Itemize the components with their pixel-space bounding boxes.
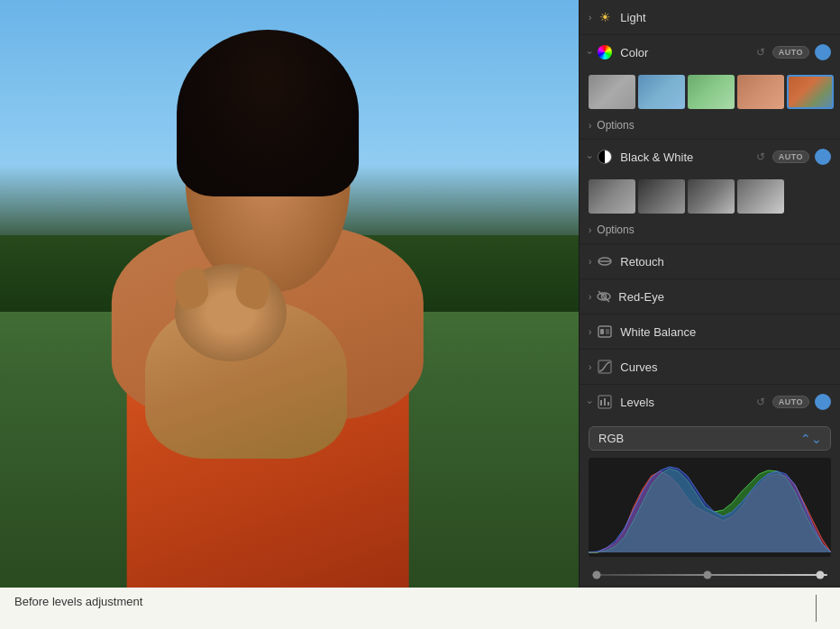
bw-thumb-2[interactable] xyxy=(638,179,685,214)
adj-item-wb: › White Balance xyxy=(580,314,840,350)
color-thumb-3[interactable] xyxy=(688,75,735,109)
redeye-label: Red-Eye xyxy=(618,290,831,304)
color-options-row[interactable]: › Options xyxy=(580,114,840,139)
curves-label: Curves xyxy=(620,360,831,374)
bw-reset-button[interactable]: ↺ xyxy=(754,149,767,165)
bottom-caption: Before levels adjustment xyxy=(0,588,840,629)
redeye-icon xyxy=(597,289,611,304)
wb-label: White Balance xyxy=(620,325,831,339)
adj-item-light: › ☀ Light xyxy=(580,0,840,35)
color-thumb-2[interactable] xyxy=(638,75,685,109)
bw-thumb-4[interactable] xyxy=(737,179,784,214)
color-chevron: › xyxy=(585,50,595,53)
redeye-chevron: › xyxy=(589,292,591,302)
histogram-svg xyxy=(589,458,831,557)
color-label: Color xyxy=(620,46,753,59)
levels-label: Levels xyxy=(620,396,753,409)
photo-panel xyxy=(0,0,579,588)
caption-line xyxy=(816,595,817,622)
adj-item-retouch: › Retouch xyxy=(580,244,840,279)
person-hair xyxy=(177,30,359,197)
levels-chevron: › xyxy=(585,400,595,403)
bw-thumb-1[interactable] xyxy=(589,179,635,214)
color-thumbnails xyxy=(580,69,840,114)
light-icon: ☀ xyxy=(597,9,613,25)
levels-header[interactable]: › Levels ↺ AUTO xyxy=(580,385,840,419)
wb-svg xyxy=(598,324,612,339)
color-options-label: Options xyxy=(597,119,634,132)
slider-handle-mid[interactable] xyxy=(703,571,711,579)
slider-row xyxy=(592,570,827,580)
bw-auto-button[interactable]: AUTO xyxy=(772,150,809,163)
retouch-label: Retouch xyxy=(620,255,831,269)
light-label: Light xyxy=(620,11,831,24)
light-chevron: › xyxy=(589,13,591,23)
color-thumb-4[interactable] xyxy=(737,75,784,109)
bw-header[interactable]: › Black & White ↺ AUTO xyxy=(580,140,840,174)
retouch-icon xyxy=(597,253,613,269)
color-circle xyxy=(598,45,612,59)
levels-dropdown: RGB Red Green Blue ⌃⌄ xyxy=(589,426,831,451)
levels-toggle-button[interactable] xyxy=(815,394,831,410)
bw-thumbnails xyxy=(580,174,840,219)
bw-label: Black & White xyxy=(620,150,753,164)
wb-header[interactable]: › White Balance xyxy=(580,314,840,349)
histogram-container xyxy=(589,458,831,557)
curves-chevron: › xyxy=(589,362,591,372)
sun-icon: ☀ xyxy=(599,10,611,24)
retouch-svg xyxy=(598,254,612,269)
bw-icon xyxy=(598,150,612,164)
color-thumb-selected[interactable] xyxy=(787,75,834,109)
dog-head xyxy=(175,264,287,361)
adj-item-color: › Color ↺ AUTO xyxy=(580,35,840,140)
right-panel: › ☀ Light › Color ↺ AUTO xyxy=(579,0,840,588)
dog-layer xyxy=(145,282,348,459)
bw-options-label: Options xyxy=(597,223,634,236)
bw-toggle-button[interactable] xyxy=(815,149,831,165)
adj-item-redeye: › Red-Eye xyxy=(580,279,840,314)
color-circle-icon xyxy=(597,44,613,60)
caption-text: Before levels adjustment xyxy=(14,595,816,608)
wb-icon xyxy=(597,324,613,340)
curves-header[interactable]: › Curves xyxy=(580,350,840,384)
svg-rect-6 xyxy=(600,329,604,334)
levels-svg xyxy=(598,395,612,409)
color-options-chevron: › xyxy=(589,121,591,131)
retouch-header[interactable]: › Retouch xyxy=(580,244,840,278)
dropdown-wrapper: RGB Red Green Blue ⌃⌄ xyxy=(589,426,831,451)
redeye-svg xyxy=(597,289,611,304)
adj-item-bw: › Black & White ↺ AUTO xyxy=(580,140,840,244)
bw-options-chevron: › xyxy=(589,225,591,235)
levels-icon xyxy=(597,394,613,410)
half-circle-icon xyxy=(597,149,613,165)
curves-svg xyxy=(598,360,612,374)
wb-chevron: › xyxy=(589,327,591,337)
main-area: › ☀ Light › Color ↺ AUTO xyxy=(0,0,840,588)
adjustments-list: › ☀ Light › Color ↺ AUTO xyxy=(580,0,840,588)
light-header[interactable]: › ☀ Light xyxy=(580,0,840,34)
color-auto-button[interactable]: AUTO xyxy=(772,46,809,59)
retouch-chevron: › xyxy=(589,257,591,267)
bw-controls: ↺ AUTO xyxy=(754,149,831,165)
rgb-channel-select[interactable]: RGB Red Green Blue xyxy=(589,426,831,451)
curves-icon xyxy=(597,359,613,375)
bw-options-row[interactable]: › Options xyxy=(580,219,840,243)
photo-composite xyxy=(0,0,579,588)
adj-item-levels: › Levels ↺ AUTO xyxy=(580,385,840,587)
slider-handle-left[interactable] xyxy=(593,571,601,579)
histogram-sliders xyxy=(580,566,840,586)
levels-reset-button[interactable]: ↺ xyxy=(754,394,767,410)
adj-item-curves: › Curves xyxy=(580,350,840,385)
levels-auto-button[interactable]: AUTO xyxy=(772,396,809,408)
color-thumb-1[interactable] xyxy=(589,75,635,109)
color-reset-button[interactable]: ↺ xyxy=(754,44,767,60)
color-header[interactable]: › Color ↺ AUTO xyxy=(580,35,840,69)
bw-thumb-3[interactable] xyxy=(688,179,735,214)
redeye-header[interactable]: › Red-Eye xyxy=(580,279,840,314)
svg-rect-7 xyxy=(606,329,609,334)
levels-controls: ↺ AUTO xyxy=(754,394,831,410)
bw-chevron: › xyxy=(585,155,595,158)
color-toggle-button[interactable] xyxy=(815,44,831,60)
color-controls: ↺ AUTO xyxy=(754,44,831,60)
slider-handle-right[interactable] xyxy=(817,571,825,579)
